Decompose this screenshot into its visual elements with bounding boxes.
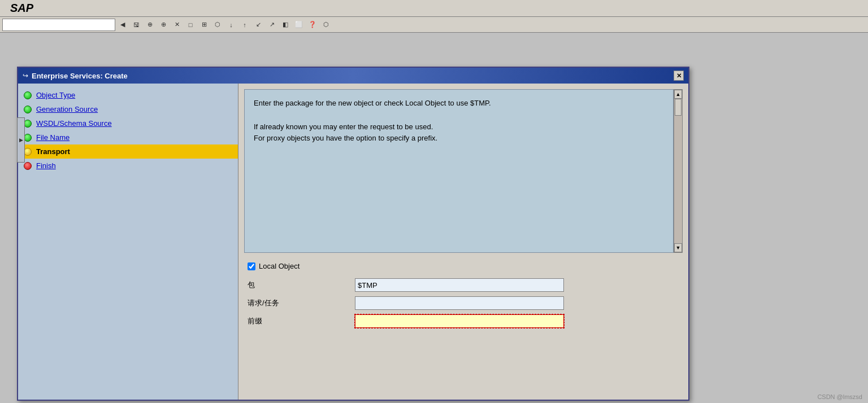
prefix-row: 前缀 xyxy=(248,314,679,328)
status-dot-generation-source xyxy=(24,106,32,113)
scroll-track xyxy=(674,99,682,243)
watermark: CSDN @lmszsd xyxy=(817,393,862,400)
toolbar-settings[interactable]: ⬡ xyxy=(320,19,332,31)
request-label: 请求/任务 xyxy=(248,298,355,308)
nav-item-object-type[interactable]: Object Type xyxy=(18,88,238,102)
toolbar-btn2[interactable]: ⊕ xyxy=(157,19,170,31)
nav-label-generation-source[interactable]: Generation Source xyxy=(36,105,98,113)
toolbar-help[interactable]: ❓ xyxy=(306,19,319,31)
toolbar-input[interactable] xyxy=(2,19,115,31)
scroll-down-arrow[interactable]: ▼ xyxy=(674,243,682,252)
toolbar: ◀ 🖫 ⊕ ⊕ ✕ □ ⊞ ⬡ ↓ ↑ ↙ ↗ ◧ ⬜ ❓ ⬡ xyxy=(0,17,868,33)
prefix-input[interactable] xyxy=(355,314,564,328)
toolbar-btn12[interactable]: ⬜ xyxy=(293,19,305,31)
dialog-enterprise-services: ↪ Enterprise Services: Create ✕ Object T… xyxy=(17,67,689,401)
package-label: 包 xyxy=(248,280,355,290)
package-input[interactable] xyxy=(355,278,564,292)
dialog-title-left: ↪ Enterprise Services: Create xyxy=(23,72,128,80)
content-panel: Enter the package for the new object or … xyxy=(238,84,688,400)
status-dot-transport xyxy=(24,148,32,156)
info-line1: Enter the package for the new object or … xyxy=(254,98,664,109)
prefix-label: 前缀 xyxy=(248,316,355,326)
nav-item-wsdl-schema[interactable]: WSDL/Schema Source xyxy=(18,116,238,130)
toolbar-btn11[interactable]: ◧ xyxy=(279,19,292,31)
nav-item-transport[interactable]: Transport xyxy=(18,144,238,159)
dialog-window-icon: ↪ xyxy=(23,72,28,80)
package-row: 包 xyxy=(248,278,679,292)
scrollbar-right: ▲ ▼ xyxy=(674,89,683,253)
nav-label-wsdl-schema[interactable]: WSDL/Schema Source xyxy=(36,119,112,128)
toolbar-save[interactable]: 🖫 xyxy=(130,19,142,31)
nav-label-object-type[interactable]: Object Type xyxy=(36,91,75,99)
toolbar-btn6[interactable]: ⬡ xyxy=(211,19,224,31)
left-tab[interactable]: ▶ xyxy=(17,117,25,163)
info-box: Enter the package for the new object or … xyxy=(244,89,674,253)
status-dot-file-name xyxy=(24,134,32,142)
dialog-titlebar: ↪ Enterprise Services: Create ✕ xyxy=(18,68,688,84)
toolbar-btn10[interactable]: ↗ xyxy=(266,19,278,31)
toolbar-btn9[interactable]: ↙ xyxy=(252,19,264,31)
local-object-row: Local Object xyxy=(248,262,679,270)
nav-label-file-name[interactable]: File Name xyxy=(36,133,70,142)
nav-item-finish[interactable]: Finish xyxy=(18,159,238,173)
top-bar: SAP xyxy=(0,0,868,17)
nav-item-file-name[interactable]: File Name xyxy=(18,130,238,144)
nav-label-transport: Transport xyxy=(36,147,70,156)
nav-panel: Object Type Generation Source WSDL/Schem… xyxy=(18,84,238,400)
local-object-checkbox[interactable] xyxy=(248,262,255,270)
toolbar-btn4[interactable]: □ xyxy=(184,19,197,31)
dialog-close-button[interactable]: ✕ xyxy=(674,71,684,81)
dialog-title: Enterprise Services: Create xyxy=(32,72,128,80)
status-dot-finish xyxy=(24,162,32,170)
request-row: 请求/任务 xyxy=(248,296,679,310)
main-content: ▶ ↪ Enterprise Services: Create ✕ Object… xyxy=(0,33,868,403)
nav-item-generation-source[interactable]: Generation Source xyxy=(18,102,238,116)
toolbar-btn7[interactable]: ↓ xyxy=(225,19,237,31)
toolbar-btn1[interactable]: ⊕ xyxy=(144,19,156,31)
nav-label-finish[interactable]: Finish xyxy=(36,161,56,170)
info-section: Enter the package for the new object or … xyxy=(244,89,683,253)
toolbar-btn3[interactable]: ✕ xyxy=(171,19,183,31)
scroll-thumb[interactable] xyxy=(675,99,682,116)
status-dot-object-type xyxy=(24,91,32,99)
sap-logo: SAP xyxy=(10,2,33,15)
toolbar-back[interactable]: ◀ xyxy=(116,19,129,31)
scroll-up-arrow[interactable]: ▲ xyxy=(674,90,682,99)
info-line3: If already known you may enter the reque… xyxy=(254,121,664,133)
local-object-label: Local Object xyxy=(259,262,300,270)
form-area: Local Object 包 请求/任务 前缀 xyxy=(238,257,688,337)
status-dot-wsdl-schema xyxy=(24,120,32,128)
request-input[interactable] xyxy=(355,296,564,310)
toolbar-btn5[interactable]: ⊞ xyxy=(198,19,210,31)
dialog-body: Object Type Generation Source WSDL/Schem… xyxy=(18,84,688,400)
toolbar-btn8[interactable]: ↑ xyxy=(238,19,251,31)
info-line4: For proxy objects you have the option to… xyxy=(254,133,664,144)
